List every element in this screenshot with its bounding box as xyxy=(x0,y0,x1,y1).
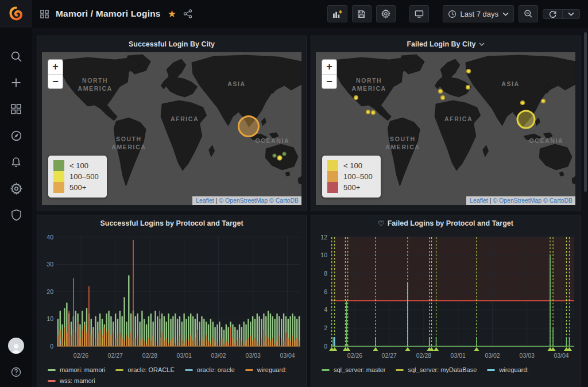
save-icon xyxy=(357,10,366,18)
server-admin-shield-icon[interactable] xyxy=(9,208,23,222)
carto-link[interactable]: © CartoDB xyxy=(269,197,299,204)
map-zoom-out-button[interactable]: − xyxy=(322,74,336,88)
share-icon[interactable] xyxy=(183,9,192,18)
legend-series-swatch xyxy=(322,369,330,371)
map-zoom-in-button[interactable]: + xyxy=(48,60,63,74)
top-nav: Mamori / Mamori Logins ★ xyxy=(0,0,588,28)
legend-series-swatch xyxy=(48,369,56,371)
map-attribution: Leaflet | © OpenStreetMap © CartoDB xyxy=(192,196,301,205)
svg-text:02/26: 02/26 xyxy=(74,352,88,359)
time-series-chart[interactable]: 02468101202/2602/2702/2803/0103/0203/030… xyxy=(316,233,577,362)
legend-series-label: wireguard: xyxy=(499,366,528,373)
city-dot-marker[interactable] xyxy=(520,100,525,105)
plus-icon xyxy=(339,10,342,13)
legend-swatch xyxy=(327,182,338,193)
tv-kiosk-button[interactable] xyxy=(409,5,429,22)
legend-series-label: wss: mamori xyxy=(60,377,95,384)
svg-text:03/01: 03/01 xyxy=(177,352,192,359)
panel-header[interactable]: Failed Login By City xyxy=(311,36,580,52)
dashboards-icon[interactable] xyxy=(9,102,23,116)
legend-label: < 100 xyxy=(343,161,362,170)
alerting-bell-icon[interactable] xyxy=(9,155,23,169)
city-dot-marker[interactable] xyxy=(273,154,277,158)
city-dot-marker[interactable] xyxy=(466,69,471,73)
monitor-icon xyxy=(415,10,424,18)
city-bubble-marker[interactable] xyxy=(516,110,535,129)
legend-series-item[interactable]: wss: mamori xyxy=(48,377,95,384)
map-legend: < 100100–500500+ xyxy=(48,156,107,198)
chart-legend: sql_server: mastersql_server: myDataBase… xyxy=(311,362,580,373)
legend-label: 500+ xyxy=(69,183,86,192)
map-zoom-out-button[interactable]: − xyxy=(48,74,63,88)
panel-header[interactable]: Successful Logins by Protocol and Target xyxy=(37,215,306,231)
legend-series-item[interactable]: oracle: oracle xyxy=(185,366,235,373)
time-series-chart[interactable]: 01020304002/2602/2702/2803/0103/0203/030… xyxy=(42,233,303,362)
world-map[interactable]: NORTH AMERICAASIAAFRICASOUTH AMERICAOCEA… xyxy=(42,52,301,205)
svg-text:03/04: 03/04 xyxy=(554,352,568,359)
create-plus-icon[interactable] xyxy=(9,76,23,90)
osm-link[interactable]: © OpenStreetMap xyxy=(219,197,268,204)
city-dot-marker[interactable] xyxy=(371,110,376,115)
svg-text:0: 0 xyxy=(50,343,53,350)
city-dot-marker[interactable] xyxy=(277,156,283,161)
svg-text:10: 10 xyxy=(47,315,53,322)
legend-series-swatch xyxy=(48,380,56,382)
search-icon[interactable] xyxy=(9,49,23,63)
user-avatar[interactable] xyxy=(8,338,24,354)
panel-title: Failed Login By City xyxy=(407,40,475,48)
panel-header[interactable]: ♡ Failed Logins by Protocol and Target xyxy=(311,215,580,231)
map-zoom-in-button[interactable]: + xyxy=(322,60,336,74)
legend-series-item[interactable]: mamori: mamori xyxy=(48,366,105,373)
svg-text:2: 2 xyxy=(324,324,327,331)
city-dot-marker[interactable] xyxy=(283,152,287,156)
refresh-button[interactable] xyxy=(543,10,562,18)
panel-header[interactable]: Successful Login By City xyxy=(37,36,306,52)
legend-series-item[interactable]: sql_server: master xyxy=(322,366,385,373)
refresh-interval-dropdown[interactable] xyxy=(562,10,579,18)
city-bubble-marker[interactable] xyxy=(238,115,260,137)
city-dot-marker[interactable] xyxy=(541,99,546,103)
leaflet-link[interactable]: Leaflet xyxy=(196,197,214,204)
legend-series-item[interactable]: wireguard: xyxy=(245,366,287,373)
panel-failed-login-by-city: Failed Login By City NORTH AMERICAASIAAF… xyxy=(311,36,581,211)
city-dot-marker[interactable] xyxy=(354,95,358,100)
help-icon[interactable] xyxy=(9,365,23,379)
star-icon[interactable]: ★ xyxy=(168,9,176,19)
scrollbar[interactable] xyxy=(584,32,587,192)
svg-text:40: 40 xyxy=(47,234,53,241)
legend-series-item[interactable]: sql_server: myDataBase xyxy=(396,366,477,373)
zoom-out-time-button[interactable] xyxy=(519,5,538,22)
osm-link[interactable]: © OpenStreetMap xyxy=(493,197,541,204)
configuration-gear-icon[interactable] xyxy=(9,181,23,195)
carto-link[interactable]: © CartoDB xyxy=(543,197,572,204)
city-dot-marker[interactable] xyxy=(366,110,370,114)
add-panel-button[interactable] xyxy=(327,5,347,22)
svg-text:02/28: 02/28 xyxy=(142,352,157,359)
legend-series-swatch xyxy=(185,369,193,371)
dashboard-title[interactable]: Mamori / Mamori Logins xyxy=(56,9,161,19)
dashboard-settings-button[interactable] xyxy=(376,5,396,22)
city-dot-marker[interactable] xyxy=(438,89,443,94)
svg-text:6: 6 xyxy=(324,288,327,295)
svg-text:12: 12 xyxy=(320,234,327,241)
world-map[interactable]: NORTH AMERICAASIAAFRICASOUTH AMERICAOCEA… xyxy=(316,52,575,205)
panel-successful-login-by-city: Successful Login By City NORTH AMERICAAS… xyxy=(37,36,307,211)
svg-text:03/04: 03/04 xyxy=(280,352,295,359)
panel-title: Successful Login By City xyxy=(129,40,215,48)
legend-series-label: sql_server: myDataBase xyxy=(408,366,477,373)
panel-menu-chevron-icon[interactable] xyxy=(479,42,485,46)
save-button[interactable] xyxy=(352,5,372,22)
leaflet-link[interactable]: Leaflet xyxy=(470,197,488,204)
map-legend-item: 100–500 xyxy=(327,171,373,182)
explore-compass-icon[interactable] xyxy=(9,129,23,142)
map-attribution: Leaflet | © OpenStreetMap © CartoDB xyxy=(466,196,575,205)
time-range-picker[interactable]: Last 7 days xyxy=(443,5,514,22)
svg-text:02/27: 02/27 xyxy=(382,352,397,359)
legend-series-item[interactable]: oracle: ORACLE xyxy=(115,366,174,373)
city-dot-marker[interactable] xyxy=(440,95,445,100)
dashboard-grid-icon[interactable] xyxy=(40,10,49,18)
legend-swatch xyxy=(53,160,64,171)
city-dot-marker[interactable] xyxy=(466,85,470,90)
legend-series-item[interactable]: wireguard: xyxy=(487,366,528,373)
grafana-logo[interactable] xyxy=(0,0,32,28)
